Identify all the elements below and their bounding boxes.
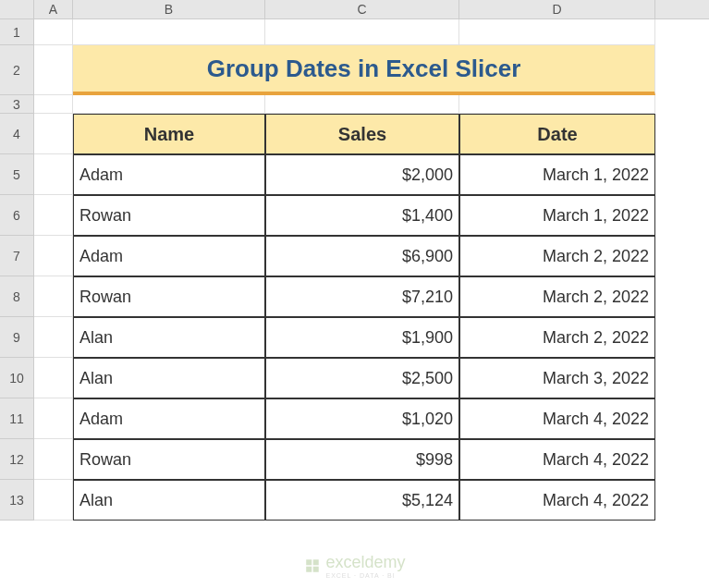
row-header-5[interactable]: 5 [0,154,33,195]
cell-a10[interactable] [34,358,73,398]
cell-sales[interactable]: $6,900 [265,236,459,276]
cell-name[interactable]: Rowan [73,276,265,317]
cell-date[interactable]: March 2, 2022 [459,317,655,358]
logo-icon [303,557,320,574]
table-row: Adam $6,900 March 2, 2022 [34,236,709,276]
table-header-sales[interactable]: Sales [265,114,459,154]
row-header-4[interactable]: 4 [0,114,33,154]
row-header-7[interactable]: 7 [0,236,33,276]
cell-a3[interactable] [34,95,73,114]
cell-a4[interactable] [34,114,73,154]
cell-c1[interactable] [265,19,459,45]
table-row: Rowan $7,210 March 2, 2022 [34,276,709,317]
cell-name[interactable]: Rowan [73,195,265,236]
cell-d1[interactable] [459,19,655,45]
cell-name[interactable]: Adam [73,398,265,439]
cell-sales[interactable]: $998 [265,439,459,480]
table-row: Alan $1,900 March 2, 2022 [34,317,709,358]
row-header-13[interactable]: 13 [0,480,33,521]
cell-a1[interactable] [34,19,73,45]
table-row: Alan $2,500 March 3, 2022 [34,358,709,398]
cell-sales[interactable]: $2,000 [265,154,459,195]
table-row: Alan $5,124 March 4, 2022 [34,480,709,521]
row-header-1[interactable]: 1 [0,19,33,45]
cell-name[interactable]: Adam [73,236,265,276]
row-header-6[interactable]: 6 [0,195,33,236]
cell-date[interactable]: March 2, 2022 [459,276,655,317]
col-header-d[interactable]: D [459,0,655,18]
row-headers: 1 2 3 4 5 6 7 8 9 10 11 12 13 [0,19,34,521]
cell-sales[interactable]: $5,124 [265,480,459,521]
page-title[interactable]: Group Dates in Excel Slicer [73,45,655,95]
watermark: exceldemy EXCEL · DATA · BI [303,553,405,579]
cell-sales[interactable]: $1,900 [265,317,459,358]
cell-name[interactable]: Alan [73,317,265,358]
row-header-2[interactable]: 2 [0,45,33,95]
watermark-tagline: EXCEL · DATA · BI [325,572,405,579]
cell-name[interactable]: Alan [73,480,265,521]
row-header-10[interactable]: 10 [0,358,33,398]
cell-sales[interactable]: $7,210 [265,276,459,317]
cell-sales[interactable]: $1,020 [265,398,459,439]
cell-name[interactable]: Rowan [73,439,265,480]
cell-date[interactable]: March 1, 2022 [459,195,655,236]
cell-date[interactable]: March 4, 2022 [459,480,655,521]
col-header-a[interactable]: A [34,0,73,18]
cell-a12[interactable] [34,439,73,480]
cell-sales[interactable]: $1,400 [265,195,459,236]
row-header-9[interactable]: 9 [0,317,33,358]
row-header-12[interactable]: 12 [0,439,33,480]
spreadsheet-grid: Group Dates in Excel Slicer Name Sales D… [34,19,709,521]
table-row: Rowan $998 March 4, 2022 [34,439,709,480]
cell-a11[interactable] [34,398,73,439]
col-header-b[interactable]: B [73,0,265,18]
cell-a13[interactable] [34,480,73,521]
column-headers: A B C D [34,0,709,19]
table-header-name[interactable]: Name [73,114,265,154]
cell-c3[interactable] [265,95,459,114]
col-header-c[interactable]: C [265,0,459,18]
cell-a5[interactable] [34,154,73,195]
row-header-11[interactable]: 11 [0,398,33,439]
cell-date[interactable]: March 4, 2022 [459,398,655,439]
cell-date[interactable]: March 4, 2022 [459,439,655,480]
cell-b3[interactable] [73,95,265,114]
table-row: Rowan $1,400 March 1, 2022 [34,195,709,236]
table-row: Adam $1,020 March 4, 2022 [34,398,709,439]
cell-a9[interactable] [34,317,73,358]
cell-a2[interactable] [34,45,73,95]
cell-b1[interactable] [73,19,265,45]
cell-d3[interactable] [459,95,655,114]
row-header-3[interactable]: 3 [0,95,33,114]
row-header-8[interactable]: 8 [0,276,33,317]
cell-date[interactable]: March 3, 2022 [459,358,655,398]
cell-a8[interactable] [34,276,73,317]
cell-a6[interactable] [34,195,73,236]
cell-sales[interactable]: $2,500 [265,358,459,398]
table-header-date[interactable]: Date [459,114,655,154]
cell-date[interactable]: March 2, 2022 [459,236,655,276]
select-all-corner[interactable] [0,0,34,19]
cell-date[interactable]: March 1, 2022 [459,154,655,195]
table-row: Adam $2,000 March 1, 2022 [34,154,709,195]
cell-name[interactable]: Adam [73,154,265,195]
watermark-brand: exceldemy [325,553,405,571]
cell-name[interactable]: Alan [73,358,265,398]
cell-a7[interactable] [34,236,73,276]
